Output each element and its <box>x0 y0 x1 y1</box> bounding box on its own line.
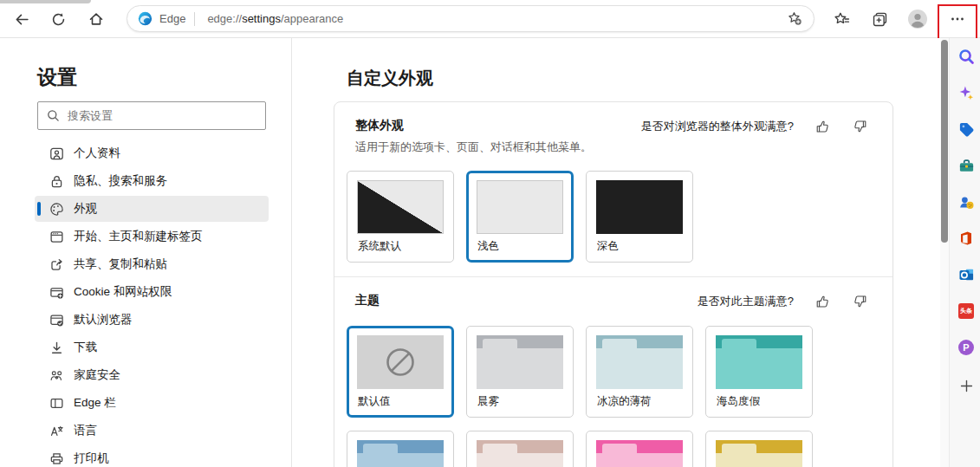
tile-label: 系统默认 <box>358 239 401 254</box>
cookie-icon <box>49 285 64 300</box>
tile-label: 深色 <box>597 239 619 254</box>
palette-icon <box>49 202 64 217</box>
main-content: 自定义外观 整体外观 是否对浏览器的整体外观满意? 适用于新的选项卡、页面、对话… <box>293 38 940 467</box>
sidebar-item-label: 默认浏览器 <box>74 312 133 328</box>
scrollbar-thumb[interactable] <box>941 40 948 243</box>
theme-tile-default[interactable]: 默认值 <box>347 326 454 418</box>
theme-tile-blue[interactable] <box>347 431 454 467</box>
sidebar-item-label: 外观 <box>74 201 97 217</box>
pill-divider <box>194 12 195 26</box>
copilot-icon <box>958 85 975 101</box>
sidebar-office-button[interactable] <box>957 229 976 248</box>
sidebar-item-languages[interactable]: 语言 <box>35 418 269 444</box>
sidebar-item-label: 隐私、搜索和服务 <box>74 173 167 189</box>
no-theme-icon <box>384 346 417 379</box>
overall-option-dark[interactable]: 深色 <box>586 171 693 263</box>
language-icon <box>49 424 64 438</box>
theme-tile-rose[interactable] <box>466 431 574 467</box>
sidebar-item-printers[interactable]: 打印机 <box>35 445 269 467</box>
url-path: /appearance <box>281 12 343 25</box>
sidebar-item-start-home-newtab[interactable]: 开始、主页和新建标签页 <box>35 224 269 250</box>
tile-label: 浅色 <box>477 239 499 254</box>
thumbs-up-button[interactable] <box>813 292 832 311</box>
add-favorite-icon <box>788 11 802 26</box>
browser-toolbar: Edge edge://settings/appearance <box>0 0 980 38</box>
address-bar[interactable]: Edge edge://settings/appearance <box>127 5 815 32</box>
overall-option-system-default[interactable]: 系统默认 <box>347 171 454 263</box>
office-icon <box>958 230 974 246</box>
edge-sidebar: 头条 P <box>949 38 980 467</box>
sidebar-item-downloads[interactable]: 下载 <box>35 334 269 360</box>
sidebar-planner-button[interactable]: P <box>957 338 976 357</box>
add-favorite-button[interactable] <box>784 9 805 29</box>
settings-sidebar: 设置 个人资料 隐私、搜索和服务 <box>0 38 292 467</box>
sidebar-item-label: 打印机 <box>74 451 109 466</box>
overall-option-light[interactable]: 浅色 <box>466 171 574 263</box>
planner-icon: P <box>958 340 974 355</box>
favorites-icon <box>834 11 850 28</box>
back-icon <box>15 12 29 27</box>
sidebar-shopping-button[interactable] <box>957 120 976 139</box>
profile-icon <box>49 146 64 161</box>
site-label: Edge <box>159 12 185 25</box>
edgebar-icon <box>49 396 64 411</box>
add-icon <box>959 379 974 393</box>
system-default-thumbnail <box>357 180 444 234</box>
theme-tile-island-vacation[interactable]: 海岛度假 <box>705 326 813 418</box>
thumbs-down-icon <box>853 119 868 134</box>
theme-thumbnail <box>596 440 683 467</box>
sidebar-item-label: 共享、复制和粘贴 <box>74 256 167 272</box>
sidebar-item-label: 家庭安全 <box>74 367 120 383</box>
overall-heading: 整体外观 <box>355 118 404 133</box>
sidebar-item-family-safety[interactable]: 家庭安全 <box>35 362 269 388</box>
avatar <box>907 9 928 29</box>
sidebar-item-appearance[interactable]: 外观 <box>35 196 269 222</box>
tile-label: 晨雾 <box>477 394 499 409</box>
sidebar-toutiao-button[interactable]: 头条 <box>957 302 976 321</box>
toutiao-icon: 头条 <box>958 303 974 319</box>
theme-thumbnail <box>716 440 802 467</box>
sidebar-item-edge-bar[interactable]: Edge 栏 <box>35 390 269 416</box>
sidebar-item-cookies-permissions[interactable]: Cookie 和网站权限 <box>35 279 269 305</box>
home-icon <box>88 11 104 27</box>
sidebar-item-privacy[interactable]: 隐私、搜索和服务 <box>35 168 269 194</box>
search-input[interactable] <box>68 109 258 122</box>
sidebar-add-button[interactable] <box>957 376 976 395</box>
more-menu-button[interactable] <box>944 6 970 32</box>
theme-tile-cool-mint[interactable]: 冰凉的薄荷 <box>586 326 693 418</box>
theme-tile-gold[interactable] <box>705 431 813 467</box>
settings-search[interactable] <box>37 101 266 130</box>
appearance-card: 整体外观 是否对浏览器的整体外观满意? 适用于新的选项卡、页面、对话框和其他菜单… <box>334 101 893 467</box>
sidebar-item-share-copy-paste[interactable]: 共享、复制和粘贴 <box>35 251 269 277</box>
thumbs-up-button[interactable] <box>813 117 832 136</box>
theme-thumbnail <box>357 335 444 389</box>
feedback-question: 是否对浏览器的整体外观满意? <box>641 119 794 134</box>
sidebar-tools-button[interactable] <box>957 156 976 175</box>
favorites-button[interactable] <box>828 6 854 32</box>
collections-button[interactable] <box>866 6 892 32</box>
refresh-button[interactable] <box>45 6 71 32</box>
theme-tile-morning-fog[interactable]: 晨雾 <box>466 326 574 418</box>
sidebar-search-button[interactable] <box>957 47 976 66</box>
sidebar-copilot-button[interactable] <box>957 83 976 102</box>
home-button[interactable] <box>83 6 109 32</box>
sidebar-item-label: 下载 <box>74 340 97 355</box>
overall-description: 适用于新的选项卡、页面、对话框和其他菜单。 <box>355 139 592 155</box>
sidebar-item-default-browser[interactable]: 默认浏览器 <box>35 307 269 333</box>
refresh-icon <box>51 12 66 27</box>
shopping-icon <box>958 121 975 138</box>
profile-avatar-button[interactable] <box>905 6 931 32</box>
back-button[interactable] <box>9 6 35 32</box>
games-icon <box>958 194 975 211</box>
sidebar-outlook-button[interactable] <box>957 265 976 284</box>
thumbs-down-button[interactable] <box>851 117 870 136</box>
theme-tile-pink[interactable] <box>586 431 693 467</box>
lock-icon <box>49 174 64 189</box>
sidebar-item-profile[interactable]: 个人资料 <box>35 140 269 166</box>
sidebar-games-button[interactable] <box>957 192 976 211</box>
search-icon <box>47 109 60 122</box>
thumbs-down-button[interactable] <box>851 292 870 311</box>
search-icon <box>958 49 975 65</box>
tabstrip-fragment <box>0 0 91 3</box>
outlook-icon <box>958 267 975 283</box>
